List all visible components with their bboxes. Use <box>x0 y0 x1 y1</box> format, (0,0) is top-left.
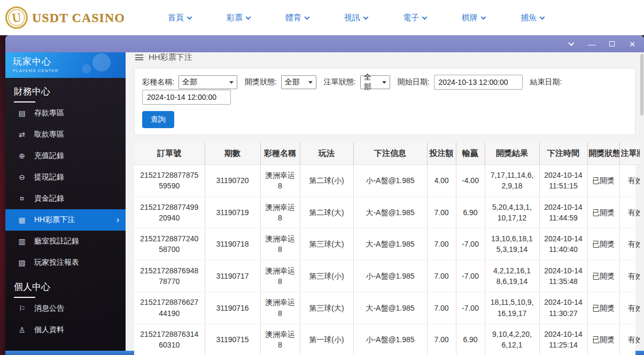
chevron-down-icon <box>229 81 234 84</box>
sidebar-item-room-bet-record[interactable]: ▥廳室投註記錄 <box>5 231 126 252</box>
decorative-bubble <box>92 53 111 72</box>
sidebar-item-player-bet-report[interactable]: ▧玩家投注報表 <box>5 252 126 273</box>
table-cell: 31190719 <box>205 196 260 228</box>
withdraw-icon: ⇄ <box>17 130 27 139</box>
table-cell: -7.00 <box>456 260 485 292</box>
deposit-icon: ▤ <box>17 109 27 117</box>
nav-item-label: 體育 <box>285 13 301 23</box>
lottery-bets-icon: ▦ <box>17 216 27 224</box>
table-header-cell: 輸贏 <box>456 143 485 165</box>
table-cell: 澳洲幸运8 <box>260 196 300 228</box>
bet-status-select[interactable]: 全部 <box>360 75 390 89</box>
table-cell: 7.00 <box>427 260 456 292</box>
table-header-cell: 投注額 <box>427 143 456 165</box>
table-cell: 5,20,4,13,1,10,17,12 <box>485 196 539 228</box>
window-collapse-icon[interactable] <box>567 40 576 48</box>
recharge-record-icon: ⊕ <box>17 152 27 160</box>
sidebar-item-announcements[interactable]: ⚐消息公告 <box>5 298 126 319</box>
table-cell: 2152172887662744190 <box>134 292 205 324</box>
table-cell: 7.00 <box>427 228 456 261</box>
sidebar-item-funds-record[interactable]: ¤資金記錄 <box>5 188 126 209</box>
start-date-input[interactable] <box>434 75 523 90</box>
sidebar-item-recharge-record[interactable]: ⊕充值記錄 <box>5 145 126 167</box>
sidebar-item-lottery-bets[interactable]: ▦HH彩票下注› <box>5 209 126 231</box>
sidebar-item-label: 存款專區 <box>34 108 64 118</box>
window-titlebar: — × <box>5 35 644 52</box>
table-cell: 6.90 <box>456 324 485 355</box>
table-row: 215217288778755959031190720澳洲幸运8第二球(小)小-… <box>134 165 644 197</box>
chevron-down-icon <box>480 14 486 20</box>
table-cell: 澳洲幸运8 <box>260 165 300 197</box>
table-cell: 大-A盤@1.985 <box>353 228 427 261</box>
sidebar-item-label: 廳室投註記錄 <box>34 236 79 246</box>
scrollbar[interactable] <box>640 52 644 351</box>
table-cell: 已開獎 <box>587 292 619 324</box>
player-center-window: — × 玩家中心 PLAYERS CENTER 財務中心▤存款專區⇄取款專區⊕充… <box>5 35 644 355</box>
table-cell: 2152172887787559590 <box>134 165 205 197</box>
search-button[interactable]: 查詢 <box>142 111 174 128</box>
table-header-cell: 下注時間 <box>539 143 587 165</box>
draw-status-select[interactable]: 全部 <box>281 75 316 89</box>
decorative-bubble <box>82 64 91 74</box>
chevron-down-icon <box>304 14 309 20</box>
table-cell: 31190720 <box>205 165 260 197</box>
site-logo[interactable]: U USDT CASINO <box>5 6 125 29</box>
lottery-name-select[interactable]: 全部 <box>179 75 237 89</box>
sidebar-item-withdraw[interactable]: ⇄取款專區 <box>5 124 126 145</box>
table-row: 215217288766274419031190716澳洲幸运8第三球(大)大-… <box>134 292 644 324</box>
menu-icon[interactable] <box>135 54 143 60</box>
table-row: 215217288763146031031190715澳洲幸运8第一球(小)小-… <box>134 324 644 355</box>
nav-item-1[interactable]: 彩票 <box>227 13 250 23</box>
sidebar-item-label: 取款專區 <box>34 130 64 139</box>
table-cell: 已開獎 <box>587 196 619 228</box>
table-cell: 大-A盤@1.985 <box>353 292 427 324</box>
nav-item-6[interactable]: 捕魚 <box>521 13 544 23</box>
nav-item-3[interactable]: 視訊 <box>344 13 368 23</box>
end-date-input[interactable] <box>142 90 231 105</box>
profile-icon: ♙ <box>17 326 27 334</box>
announcements-icon: ⚐ <box>17 304 27 313</box>
table-cell: 2024-10-14 11:25:14 <box>539 324 587 355</box>
sidebar-item-withdraw-record[interactable]: ⊖提現記錄 <box>5 167 126 188</box>
chevron-down-icon <box>382 81 386 84</box>
nav-item-label: 捕魚 <box>521 13 537 23</box>
table-cell: -4.00 <box>456 165 485 197</box>
table-cell: 31190715 <box>205 324 260 355</box>
window-close-icon[interactable]: × <box>628 40 637 48</box>
table-cell: 第二球(小) <box>300 165 353 197</box>
nav-item-2[interactable]: 體育 <box>285 13 309 23</box>
table-cell: 2152172887694878770 <box>134 260 205 292</box>
funds-record-icon: ¤ <box>17 194 27 203</box>
table-header-cell: 玩法 <box>300 143 353 165</box>
window-minimize-icon[interactable]: — <box>587 40 596 48</box>
table-header-cell: 開獎結果 <box>485 143 539 165</box>
sidebar-section-title: 個人中心 <box>5 273 126 298</box>
table-cell: 13,10,6,18,15,3,19,14 <box>485 228 539 261</box>
nav-item-label: 彩票 <box>227 13 243 23</box>
table-cell: 澳洲幸运8 <box>260 260 300 292</box>
table-cell: 第一球(小) <box>300 324 353 355</box>
lottery-name-label: 彩種名稱: <box>142 77 174 87</box>
sidebar-item-label: 個人資料 <box>34 325 64 335</box>
bets-table: 訂單號期數彩種名稱玩法下注信息投注額輸贏開獎結果下注時間開獎狀態注單狀態 215… <box>134 143 644 355</box>
table-cell: 2152172887749920940 <box>134 196 205 228</box>
table-header-cell: 訂單號 <box>134 143 205 165</box>
sidebar-header: 玩家中心 PLAYERS CENTER <box>5 52 126 78</box>
scrollbar-thumb[interactable] <box>640 54 643 115</box>
main-nav: 首頁彩票體育視訊電子棋牌捕魚 <box>168 13 544 23</box>
table-row: 215217288772405870031190718澳洲幸运8第三球(大)大-… <box>134 228 644 261</box>
table-cell: 已開獎 <box>587 324 619 355</box>
sidebar-item-label: 提現記錄 <box>34 172 64 182</box>
chevron-down-icon <box>363 14 368 20</box>
table-cell: 大-A盤@1.985 <box>353 196 427 228</box>
table-cell: 第三球(大) <box>300 292 353 324</box>
table-cell: 2024-10-14 11:40:40 <box>539 228 587 261</box>
nav-item-4[interactable]: 電子 <box>403 13 426 23</box>
nav-item-5[interactable]: 棋牌 <box>462 13 485 23</box>
window-maximize-icon[interactable] <box>608 40 616 48</box>
player-bet-report-icon: ▧ <box>17 258 27 267</box>
sidebar-item-deposit[interactable]: ▤存款專區 <box>5 102 126 124</box>
nav-item-0[interactable]: 首頁 <box>168 13 191 23</box>
sidebar-item-profile[interactable]: ♙個人資料 <box>5 319 126 341</box>
table-header-cell: 彩種名稱 <box>260 143 300 165</box>
